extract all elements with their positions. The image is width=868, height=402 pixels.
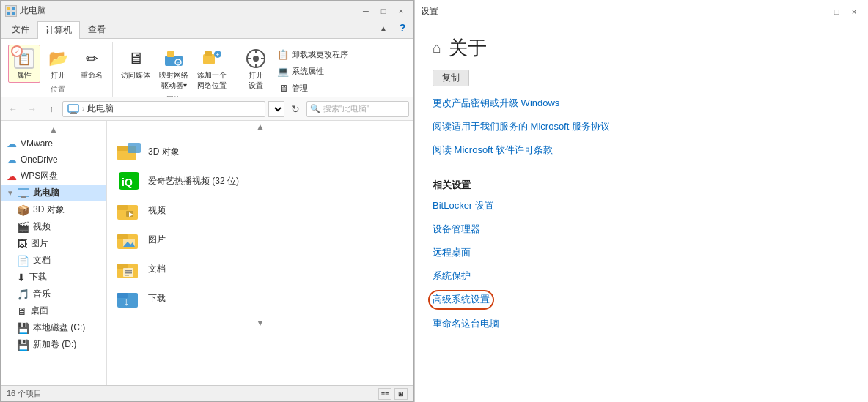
- sidebar-item-video[interactable]: 🎬 视频: [1, 218, 106, 235]
- path-computer-icon: [67, 103, 79, 115]
- svg-rect-3: [12, 12, 15, 15]
- sidebar-item-wps[interactable]: ☁ WPS网盘: [1, 168, 106, 185]
- sidebar-item-document[interactable]: 📄 文档: [1, 252, 106, 269]
- settings-link-upgrade[interactable]: 更改产品密钥或升级 Windows: [433, 97, 850, 110]
- uninstall-btn[interactable]: 📋 卸载或更改程序: [273, 46, 352, 62]
- file-3d-icon: [116, 140, 142, 163]
- ribbon-help-btn[interactable]: ?: [394, 21, 411, 35]
- system-props-label: 系统属性: [292, 66, 324, 77]
- settings-minimize-btn[interactable]: ─: [811, 4, 827, 19]
- open-settings-btn[interactable]: 打开设置: [240, 45, 272, 93]
- refresh-btn[interactable]: ↻: [287, 101, 304, 117]
- file-item-video[interactable]: 视频: [107, 196, 413, 225]
- settings-link-rename-pc[interactable]: 重命名这台电脑: [433, 317, 850, 330]
- open-settings-label: 打开设置: [249, 70, 263, 91]
- sidebar-item-3d[interactable]: 📦 3D 对象: [1, 201, 106, 218]
- sidebar-item-music[interactable]: 🎵 音乐: [1, 286, 106, 302]
- tab-computer[interactable]: 计算机: [37, 21, 80, 39]
- content-scroll-down[interactable]: ▼: [107, 317, 413, 329]
- path-dropdown[interactable]: ▾: [268, 101, 284, 117]
- sidebar-item-c-drive[interactable]: 💾 本地磁盘 (C:): [1, 319, 106, 336]
- file-picture-icon: [116, 228, 142, 251]
- ribbon-group-location: ✓ 📋 属性 📂 打开 ✏ 重命名 位置: [4, 42, 113, 97]
- map-drive-btn[interactable]: ↔ 映射网络驱动器▾: [155, 45, 192, 93]
- file-document-icon: [116, 257, 142, 280]
- ribbon-group-location-items: ✓ 📋 属性 📂 打开 ✏ 重命名: [8, 42, 108, 83]
- settings-title: 设置: [421, 5, 438, 18]
- settings-home-icon: ⌂: [433, 40, 441, 56]
- ribbon-group-network: 🖥 访问媒体 ↔ 映射网络驱动器▾ + 添加一个网络位置 网络: [113, 42, 235, 97]
- ribbon-group-system-items: 打开设置 📋 卸载或更改程序 💻 系统属性 🖥 管理: [240, 42, 352, 96]
- explorer-window-icon: [5, 5, 17, 17]
- svg-text:iQ: iQ: [122, 176, 133, 188]
- open-btn[interactable]: 📂 打开: [42, 45, 74, 83]
- explorer-window-controls: ─ □ ×: [358, 4, 409, 18]
- sidebar-scroll-up[interactable]: ▲: [1, 124, 106, 135]
- sidebar-vmware-label: VMware: [21, 138, 53, 149]
- ribbon-tabs: 文件 计算机 查看 ▲ ?: [1, 21, 413, 39]
- file-item-document[interactable]: 文档: [107, 254, 413, 283]
- settings-window-controls: ─ □ ×: [811, 4, 862, 19]
- sidebar-item-picture[interactable]: 🖼 图片: [1, 235, 106, 252]
- svg-text:↔: ↔: [177, 60, 182, 65]
- settings-link-bitlocker[interactable]: BitLocker 设置: [433, 199, 850, 212]
- file-item-3d[interactable]: 3D 对象: [107, 137, 413, 166]
- file-item-iqiyi[interactable]: iQ 爱奇艺热播视频 (32 位): [107, 166, 413, 196]
- tab-view[interactable]: 查看: [80, 21, 114, 38]
- sidebar-item-d-drive[interactable]: 💾 新加卷 (D:): [1, 336, 106, 353]
- search-box[interactable]: 🔍 搜索"此电脑": [306, 101, 409, 117]
- sidebar-video-label: 视频: [33, 220, 51, 233]
- settings-panel: 设置 ─ □ × ⌂ 关于 复制 更改产品密钥或升级 Windows 阅读适用于…: [414, 0, 868, 402]
- explorer-minimize-btn[interactable]: ─: [358, 4, 374, 18]
- sidebar-item-this-pc[interactable]: ▼ 此电脑: [1, 185, 106, 201]
- wps-icon: ☁: [7, 171, 17, 182]
- sidebar-download-label: 下载: [29, 271, 47, 283]
- file-item-download[interactable]: ↓ 下载: [107, 283, 413, 313]
- settings-close-btn[interactable]: ×: [846, 4, 862, 19]
- settings-divider: [433, 168, 850, 168]
- settings-link-system-protection[interactable]: 系统保护: [433, 269, 850, 283]
- sidebar-item-vmware[interactable]: ☁ VMware: [1, 135, 106, 152]
- settings-link-license[interactable]: 阅读 Microsoft 软件许可条款: [433, 144, 850, 157]
- explorer-maximize-btn[interactable]: □: [375, 4, 391, 18]
- settings-link-remote-desktop[interactable]: 远程桌面: [433, 246, 850, 259]
- manage-btn[interactable]: 🖥 管理: [273, 80, 352, 96]
- list-view-btn[interactable]: ≡≡: [378, 388, 391, 400]
- d-drive-icon: 💾: [17, 339, 29, 351]
- explorer-close-btn[interactable]: ×: [393, 4, 409, 18]
- system-props-btn[interactable]: 💻 系统属性: [273, 63, 352, 79]
- ribbon-collapse-btn[interactable]: ▲: [375, 21, 391, 35]
- forward-btn[interactable]: →: [24, 101, 40, 117]
- desktop-icon: 🖥: [17, 305, 27, 317]
- sidebar-item-download[interactable]: ⬇ 下载: [1, 269, 106, 286]
- settings-link-device-manager[interactable]: 设备管理器: [433, 223, 850, 236]
- rename-btn[interactable]: ✏ 重命名: [76, 45, 108, 83]
- sidebar-this-pc-label: 此电脑: [33, 187, 59, 199]
- properties-label: 属性: [17, 70, 32, 81]
- sidebar-item-desktop[interactable]: 🖥 桌面: [1, 302, 106, 319]
- settings-link-advanced[interactable]: 高级系统设置: [433, 294, 490, 305]
- settings-link-microsoft-service[interactable]: 阅读适用于我们服务的 Microsoft 服务协议: [433, 120, 850, 133]
- copy-btn[interactable]: 复制: [433, 70, 469, 86]
- video-icon: 🎬: [17, 221, 29, 233]
- map-drive-label: 映射网络驱动器▾: [159, 70, 188, 91]
- properties-btn[interactable]: ✓ 📋 属性: [8, 45, 40, 83]
- explorer-title-bar: 此电脑 ─ □ ×: [1, 1, 413, 21]
- up-btn[interactable]: ↑: [43, 101, 59, 117]
- file-item-picture[interactable]: 图片: [107, 225, 413, 254]
- content-scroll-up[interactable]: ▲: [107, 121, 413, 133]
- add-network-btn[interactable]: + 添加一个网络位置: [194, 45, 230, 93]
- document-icon: 📄: [17, 255, 29, 267]
- svg-point-13: [253, 56, 259, 62]
- settings-maximize-btn[interactable]: □: [828, 4, 845, 19]
- access-media-icon: 🖥: [124, 47, 147, 70]
- add-network-label: 添加一个网络位置: [197, 70, 227, 91]
- sidebar-item-onedrive[interactable]: ☁ OneDrive: [1, 152, 106, 168]
- access-media-btn[interactable]: 🖥 访问媒体: [117, 45, 154, 83]
- explorer-status-bar: 16 个项目 ≡≡ ⊞: [1, 385, 413, 401]
- grid-view-btn[interactable]: ⊞: [394, 388, 408, 400]
- tab-file[interactable]: 文件: [4, 21, 37, 38]
- back-btn[interactable]: ←: [5, 101, 21, 117]
- file-download-name: 下载: [148, 292, 166, 305]
- address-path[interactable]: › 此电脑: [62, 101, 265, 117]
